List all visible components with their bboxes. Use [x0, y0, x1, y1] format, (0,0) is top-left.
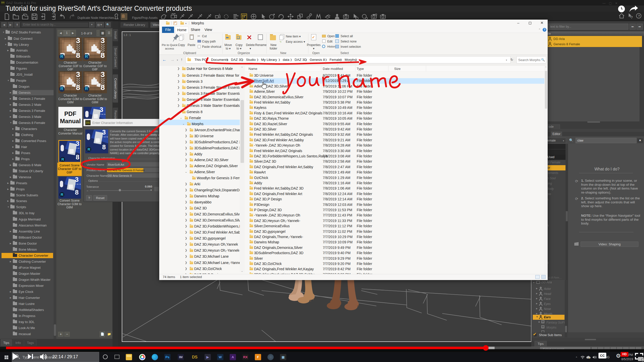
svg-text:?: ?: [638, 14, 640, 18]
svg-text:?: ?: [631, 15, 633, 19]
